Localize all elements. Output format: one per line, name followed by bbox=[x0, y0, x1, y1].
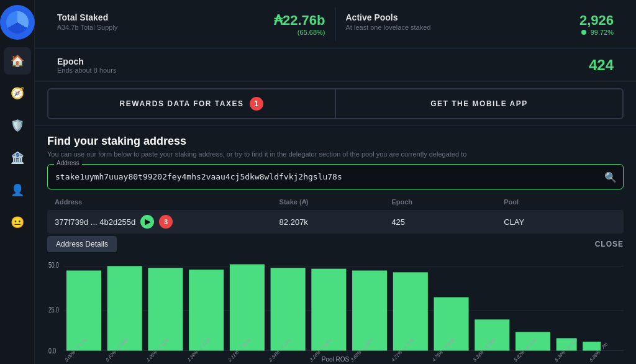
total-staked-label: Total Staked bbox=[57, 12, 117, 22]
row-epoch: 425 bbox=[391, 217, 504, 227]
row-address-text: 377f739d ... 4b2d255d bbox=[55, 217, 135, 227]
close-button[interactable]: CLOSE bbox=[595, 240, 624, 248]
main-content: Total Staked ₳34.7b Total Supply ₳22.76b… bbox=[35, 0, 636, 364]
total-staked-card: Total Staked ₳34.7b Total Supply ₳22.76b… bbox=[47, 7, 335, 41]
sidebar-item-home[interactable]: 🏠 bbox=[4, 47, 31, 75]
epoch-sublabel: Ends about 8 hours bbox=[57, 66, 116, 74]
row-pool: CLAY bbox=[504, 217, 616, 227]
y-label-0: 0.0 bbox=[48, 346, 56, 355]
col-epoch: Epoch bbox=[391, 198, 504, 206]
chart-x-axis-label: Pool ROS bbox=[322, 356, 349, 363]
stats-row: Total Staked ₳34.7b Total Supply ₳22.76b… bbox=[35, 0, 636, 49]
epoch-row: Epoch Ends about 8 hours 424 bbox=[35, 49, 636, 82]
col-stake: Stake (₳) bbox=[279, 198, 392, 206]
status-dot bbox=[581, 30, 586, 35]
sidebar-item-user[interactable]: 👤 bbox=[4, 176, 31, 204]
rewards-data-button[interactable]: REWARDS DATA FOR TAXES 1 bbox=[47, 88, 336, 119]
sidebar-item-smiley[interactable]: 😐 bbox=[4, 209, 31, 236]
address-input-wrap: Address 🔍 bbox=[47, 164, 624, 189]
sidebar-item-bank[interactable]: 🏦 bbox=[4, 144, 31, 171]
mobile-button-label: GET THE MOBILE APP bbox=[430, 99, 528, 108]
row-stake: 82.207k bbox=[279, 217, 392, 227]
rewards-badge: 1 bbox=[250, 97, 263, 111]
address-input[interactable] bbox=[48, 165, 623, 189]
total-staked-sublabel: ₳34.7b Total Supply bbox=[57, 24, 117, 32]
row-badge: 3 bbox=[159, 215, 173, 229]
row-address-cell: 377f739d ... 4b2d255d ▶ 3 bbox=[55, 215, 279, 229]
row-arrow-icon: ▶ bbox=[140, 215, 154, 229]
chart-area: 50.0 25.0 0.0 bbox=[35, 255, 636, 364]
y-label-50: 50.0 bbox=[48, 260, 59, 269]
search-button[interactable]: 🔍 bbox=[604, 171, 617, 183]
bar-chart: 50.0 25.0 0.0 bbox=[47, 257, 624, 364]
sidebar-item-shield[interactable]: 🛡️ bbox=[4, 112, 31, 139]
epoch-value: 424 bbox=[589, 57, 614, 74]
table-section: Address Stake (₳) Epoch Pool 377f739d ..… bbox=[35, 194, 636, 234]
active-pools-card: Active Pools At least one lovelace stake… bbox=[335, 7, 624, 41]
total-staked-pct: (65.68%) bbox=[274, 29, 325, 36]
bar-11 bbox=[475, 319, 509, 350]
search-description: You can use our form below to paste your… bbox=[47, 150, 624, 158]
col-pool: Pool bbox=[504, 198, 616, 206]
total-staked-value: ₳22.76b bbox=[274, 12, 325, 29]
y-label-25: 25.0 bbox=[48, 305, 59, 314]
mobile-app-button[interactable]: GET THE MOBILE APP bbox=[336, 88, 624, 119]
app-logo[interactable] bbox=[0, 5, 35, 40]
sidebar: 🏠 🧭 🛡️ 🏦 👤 😐 bbox=[0, 0, 35, 364]
address-field-label: Address bbox=[54, 160, 82, 166]
rewards-button-label: REWARDS DATA FOR TAXES bbox=[120, 99, 244, 108]
active-pools-pct: 99.72% bbox=[579, 29, 614, 36]
sidebar-item-compass[interactable]: 🧭 bbox=[4, 80, 31, 107]
epoch-label: Epoch bbox=[57, 57, 116, 66]
search-title: Find your staking address bbox=[47, 135, 624, 148]
action-row: REWARDS DATA FOR TAXES 1 GET THE MOBILE … bbox=[35, 82, 636, 126]
address-details-button[interactable]: Address Details bbox=[47, 236, 117, 252]
table-header: Address Stake (₳) Epoch Pool bbox=[47, 194, 624, 210]
active-pools-sublabel: At least one lovelace staked bbox=[346, 24, 431, 31]
col-address: Address bbox=[55, 198, 279, 206]
active-pools-value: 2,926 bbox=[579, 12, 614, 29]
table-row[interactable]: 377f739d ... 4b2d255d ▶ 3 82.207k 425 CL… bbox=[47, 210, 624, 234]
search-section: Find your staking address You can use ou… bbox=[35, 126, 636, 194]
active-pools-label: Active Pools bbox=[346, 12, 431, 22]
